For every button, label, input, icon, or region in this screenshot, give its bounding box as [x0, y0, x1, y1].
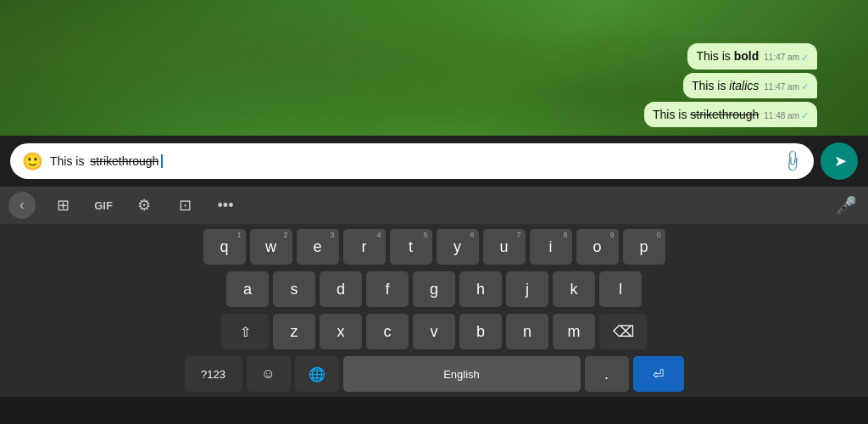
- key-r[interactable]: 4r: [343, 229, 386, 265]
- key-shift[interactable]: ⇧: [221, 314, 269, 349]
- key-p[interactable]: 0p: [623, 229, 665, 265]
- kb-mic-button[interactable]: 🎤: [832, 192, 860, 219]
- key-t[interactable]: 5t: [390, 229, 432, 265]
- key-v[interactable]: v: [413, 314, 455, 349]
- key-e[interactable]: 3e: [297, 229, 339, 265]
- key-space[interactable]: English: [343, 356, 581, 392]
- key-g[interactable]: g: [413, 271, 455, 307]
- key-d[interactable]: d: [320, 271, 362, 307]
- messages-container: This is bold 11:47 am ✓ This is italics …: [220, 43, 817, 127]
- settings-icon: ⚙: [137, 196, 151, 215]
- italic-word: italics: [729, 79, 759, 92]
- kb-settings-button[interactable]: ⚙: [131, 192, 158, 219]
- kb-back-button[interactable]: ‹: [8, 192, 36, 219]
- key-emoji-bottom[interactable]: ☺: [247, 356, 291, 392]
- input-strike-text: strikethrough: [90, 154, 159, 168]
- more-icon: •••: [218, 197, 234, 215]
- key-globe[interactable]: 🌐: [295, 356, 339, 392]
- kb-row-3: ⇧ z x c v b n m ⌫: [3, 314, 865, 349]
- kb-row-2: a s d f g h j k l: [3, 271, 865, 307]
- key-s[interactable]: s: [273, 271, 315, 307]
- checkmark-2: ✓: [801, 81, 809, 92]
- key-w[interactable]: 2w: [250, 229, 292, 265]
- key-i[interactable]: 8i: [530, 229, 572, 265]
- key-m[interactable]: m: [553, 314, 595, 349]
- paperclip-icon[interactable]: 📎: [779, 148, 805, 174]
- kb-more-button[interactable]: •••: [212, 192, 239, 219]
- mic-icon: 🎤: [836, 195, 857, 215]
- key-b[interactable]: b: [459, 314, 502, 349]
- key-u[interactable]: 7u: [483, 229, 526, 265]
- key-k[interactable]: k: [553, 271, 595, 307]
- input-bar: 🙂 This is strikethrough 📎 ➤: [0, 136, 868, 187]
- key-n[interactable]: n: [506, 314, 548, 349]
- key-q[interactable]: 1q: [203, 229, 246, 265]
- kb-rows: 1q 2w 3e 4r 5t 6y 7u 8i 9o 0p a s d f g …: [0, 224, 868, 397]
- message-text-1: This is bold: [696, 48, 759, 64]
- message-meta-1: 11:47 am ✓: [764, 52, 809, 64]
- sticker-icon: ⊞: [57, 196, 70, 215]
- key-enter[interactable]: ⏎: [633, 356, 684, 392]
- message-bubble-2: This is italics 11:47 am ✓: [683, 73, 817, 98]
- key-f[interactable]: f: [366, 271, 409, 307]
- translate-icon: ⊡: [179, 196, 192, 215]
- key-a[interactable]: a: [226, 271, 269, 307]
- enter-icon: ⏎: [653, 366, 664, 382]
- checkmark-3: ✓: [801, 109, 809, 121]
- globe-icon: 🌐: [309, 366, 326, 382]
- key-y[interactable]: 6y: [437, 229, 479, 265]
- key-j[interactable]: j: [506, 271, 548, 307]
- input-field[interactable]: 🙂 This is strikethrough 📎: [10, 143, 814, 179]
- key-period[interactable]: .: [585, 356, 629, 392]
- kb-gif-button[interactable]: GIF: [90, 192, 117, 219]
- kb-translate-button[interactable]: ⊡: [171, 192, 198, 219]
- message-text-2: This is italics: [692, 78, 759, 93]
- kb-sticker-button[interactable]: ⊞: [49, 192, 76, 219]
- key-x[interactable]: x: [320, 314, 362, 349]
- message-bubble-1: This is bold 11:47 am ✓: [687, 43, 817, 69]
- emoji-face-icon: ☺: [261, 366, 275, 382]
- key-h[interactable]: h: [459, 271, 502, 307]
- phone-container: This is bold 11:47 am ✓ This is italics …: [0, 0, 868, 424]
- kb-toolbar: ‹ ⊞ GIF ⚙ ⊡ ••• 🎤: [0, 187, 868, 224]
- key-l[interactable]: l: [599, 271, 642, 307]
- message-meta-2: 11:47 am ✓: [764, 81, 809, 92]
- key-c[interactable]: c: [366, 314, 409, 349]
- keyboard: ‹ ⊞ GIF ⚙ ⊡ ••• 🎤 1q: [0, 187, 868, 397]
- input-cursor: [161, 154, 163, 168]
- message-text-3: This is strikethrough: [653, 107, 759, 122]
- key-123[interactable]: ?123: [185, 356, 242, 392]
- message-meta-3: 11:48 am ✓: [764, 109, 809, 121]
- bold-word: bold: [734, 49, 760, 63]
- chat-area: This is bold 11:47 am ✓ This is italics …: [0, 0, 868, 136]
- key-o[interactable]: 9o: [576, 229, 619, 265]
- message-bubble-3: This is strikethrough 11:48 am ✓: [644, 102, 817, 127]
- checkmark-1: ✓: [801, 52, 809, 64]
- strike-word: strikethrough: [690, 108, 759, 121]
- kb-bottom-row: ?123 ☺ 🌐 English . ⏎: [3, 356, 865, 392]
- send-button[interactable]: ➤: [821, 142, 858, 180]
- key-backspace[interactable]: ⌫: [599, 314, 647, 349]
- send-arrow-icon: ➤: [834, 152, 847, 170]
- emoji-icon[interactable]: 🙂: [22, 151, 43, 171]
- kb-row-1: 1q 2w 3e 4r 5t 6y 7u 8i 9o 0p: [3, 229, 865, 265]
- key-z[interactable]: z: [273, 314, 315, 349]
- input-text[interactable]: This is strikethrough: [50, 154, 776, 168]
